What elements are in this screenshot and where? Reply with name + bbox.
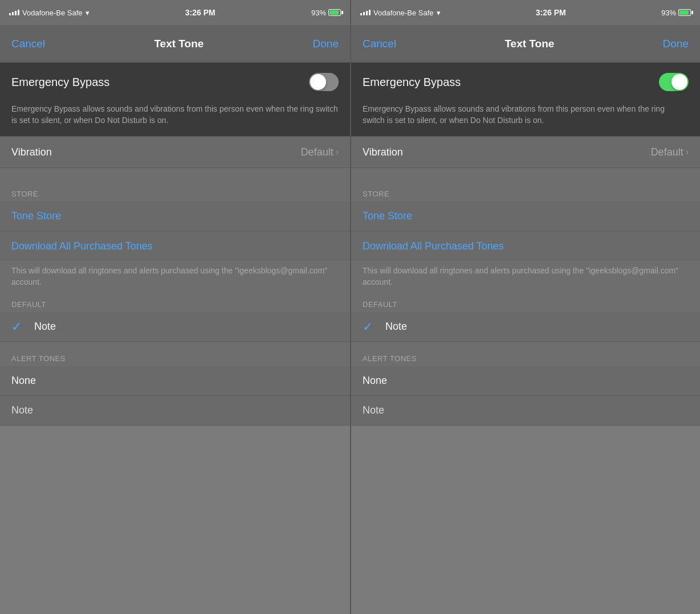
none-label-left: None [11,375,36,387]
emergency-bypass-row-right: Emergency Bypass [363,63,689,101]
spacer-1-right [351,168,700,185]
status-bar-left: Vodafone-Be Safe ▾ 3:26 PM 93% [0,0,350,25]
page-title-right: Text Tone [504,38,554,50]
note-bottom-label-left: Note [11,404,33,416]
emergency-bypass-toggle-right[interactable] [659,73,689,91]
vibration-label-right: Vibration [363,146,403,158]
download-all-label-left: Download All Purchased Tones [11,240,153,252]
emergency-bypass-label-left: Emergency Bypass [11,76,109,89]
status-bar-right: Vodafone-Be Safe ▾ 3:26 PM 93% [351,0,700,25]
page-title-left: Text Tone [154,38,204,50]
vibration-value-left: Default › [301,146,339,158]
signal-bars-right [360,10,371,15]
emergency-bypass-toggle-left[interactable] [309,73,339,91]
vibration-row-right[interactable]: Vibration Default › [351,136,700,168]
store-section-right: Tone Store Download All Purchased Tones [351,202,700,261]
tone-store-row-left[interactable]: Tone Store [0,202,350,231]
alert-tones-header-right: ALERT TONES [351,350,700,366]
none-label-right: None [363,375,387,387]
download-desc-left: This will download all ringtones and ale… [0,261,350,296]
note-bottom-label-right: Note [363,404,384,416]
note-row-right[interactable]: ✓ Note [351,312,700,342]
chevron-right-icon-left: › [336,147,339,157]
nav-bar-right: Cancel Text Tone Done [351,25,700,63]
none-row-left[interactable]: None [0,366,350,396]
download-row-right[interactable]: Download All Purchased Tones [351,231,700,261]
nav-bar-left: Cancel Text Tone Done [0,25,350,63]
vibration-label-left: Vibration [11,146,52,158]
vibration-row-left[interactable]: Vibration Default › [0,136,350,168]
tone-store-label-right: Tone Store [363,210,412,222]
emergency-bypass-label-right: Emergency Bypass [363,76,461,89]
tone-store-label-left: Tone Store [11,210,61,222]
phone-panel-left: Vodafone-Be Safe ▾ 3:26 PM 93% Cancel Te… [0,0,350,614]
cancel-button-right[interactable]: Cancel [363,38,396,50]
emergency-bypass-section-right: Emergency Bypass [351,63,700,101]
chevron-right-icon-right: › [686,147,689,157]
note-row-left[interactable]: ✓ Note [0,312,350,342]
toggle-thumb-left [310,74,326,90]
note-label-right: Note [385,321,407,333]
battery-icon-left [328,9,341,16]
vibration-default-right: Default [651,146,683,158]
wifi-icon-right: ▾ [437,9,441,17]
cancel-button-left[interactable]: Cancel [11,38,45,50]
status-right-left: 93% [311,9,341,17]
content-right: Emergency Bypass Emergency Bypass allows… [351,63,700,614]
store-section-left: Tone Store Download All Purchased Tones [0,202,350,261]
emergency-bypass-row-left: Emergency Bypass [11,63,339,101]
done-button-left[interactable]: Done [313,38,339,50]
status-left: Vodafone-Be Safe ▾ [9,9,89,17]
battery-icon-right [678,9,691,16]
note-label-left: Note [34,321,56,333]
store-header-right: STORE [351,185,700,202]
battery-percent-left: 93% [311,9,326,17]
signal-bars [9,10,19,15]
phone-panel-right: Vodafone-Be Safe ▾ 3:26 PM 93% Cancel Te… [350,0,700,614]
content-left: Emergency Bypass Emergency Bypass allows… [0,63,350,614]
emergency-bypass-desc-left: Emergency Bypass allows sounds and vibra… [0,101,350,136]
download-desc-right: This will download all ringtones and ale… [351,261,700,296]
emergency-bypass-section-left: Emergency Bypass [0,63,350,101]
default-header-right: DEFAULT [351,296,700,312]
status-left-right: Vodafone-Be Safe ▾ [360,9,441,17]
download-all-label-right: Download All Purchased Tones [363,240,504,252]
spacer-2-right [351,342,700,350]
spacer-1-left [0,168,350,185]
emergency-bypass-desc-right: Emergency Bypass allows sounds and vibra… [351,101,700,136]
alert-tones-header-left: ALERT TONES [0,350,350,366]
done-button-right[interactable]: Done [663,38,689,50]
battery-percent-right: 93% [661,9,676,17]
carrier-right: Vodafone-Be Safe [373,9,434,17]
time-right: 3:26 PM [536,8,566,17]
default-header-left: DEFAULT [0,296,350,312]
status-right-right: 93% [661,9,691,17]
checkmark-icon-left: ✓ [11,320,25,334]
vibration-default-left: Default [301,146,333,158]
store-header-left: STORE [0,185,350,202]
spacer-2-left [0,342,350,350]
none-row-right[interactable]: None [351,366,700,396]
note-row-bottom-right[interactable]: Note [351,396,700,425]
tone-store-row-right[interactable]: Tone Store [351,202,700,231]
download-row-left[interactable]: Download All Purchased Tones [0,231,350,261]
note-row-bottom-left[interactable]: Note [0,396,350,425]
toggle-thumb-right [671,74,687,90]
checkmark-icon-right: ✓ [363,320,376,334]
carrier-left: Vodafone-Be Safe [22,9,83,17]
wifi-icon-left: ▾ [86,9,89,17]
vibration-value-right: Default › [651,146,689,158]
time-left: 3:26 PM [185,8,215,17]
